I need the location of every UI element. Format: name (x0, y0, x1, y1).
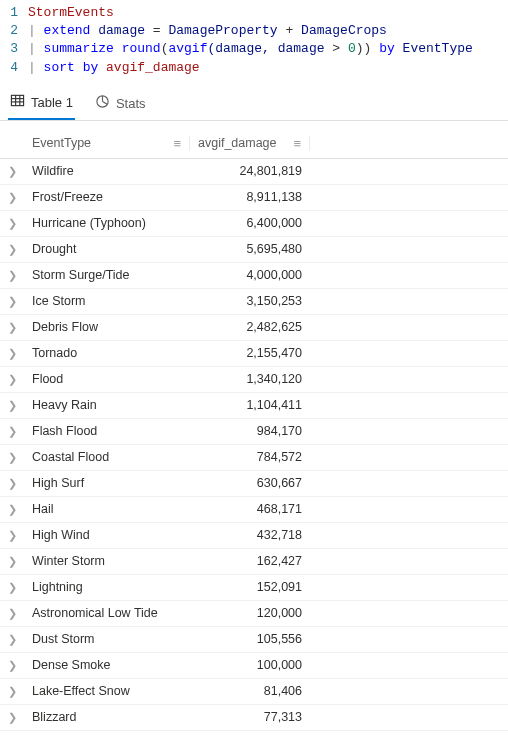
chevron-right-icon: ❯ (8, 347, 17, 360)
table-row[interactable]: ❯Frost/Freeze8,911,138 (0, 185, 508, 211)
table-icon (10, 93, 25, 111)
cell-damage: 6,400,000 (190, 216, 310, 230)
code-line[interactable]: 1StormEvents (0, 4, 508, 22)
chevron-right-icon: ❯ (8, 217, 17, 230)
expand-row-button[interactable]: ❯ (0, 295, 24, 308)
chevron-right-icon: ❯ (8, 451, 17, 464)
expand-row-button[interactable]: ❯ (0, 607, 24, 620)
table-row[interactable]: ❯Debris Flow2,482,625 (0, 315, 508, 341)
table-row[interactable]: ❯Flood1,340,120 (0, 367, 508, 393)
table-row[interactable]: ❯Hail468,171 (0, 497, 508, 523)
chevron-right-icon: ❯ (8, 633, 17, 646)
expand-row-button[interactable]: ❯ (0, 243, 24, 256)
code-line[interactable]: 2| extend damage = DamageProperty + Dama… (0, 22, 508, 40)
chevron-right-icon: ❯ (8, 425, 17, 438)
cell-damage: 3,150,253 (190, 294, 310, 308)
expand-row-button[interactable]: ❯ (0, 217, 24, 230)
cell-damage: 152,091 (190, 580, 310, 594)
expand-row-button[interactable]: ❯ (0, 165, 24, 178)
cell-damage: 1,340,120 (190, 372, 310, 386)
cell-eventtype: Drought (24, 242, 190, 256)
chevron-right-icon: ❯ (8, 503, 17, 516)
tab-stats[interactable]: Stats (93, 87, 148, 120)
cell-eventtype: Debris Flow (24, 320, 190, 334)
expand-row-button[interactable]: ❯ (0, 321, 24, 334)
line-number: 2 (0, 22, 28, 40)
chevron-right-icon: ❯ (8, 269, 17, 282)
code-editor[interactable]: 1StormEvents2| extend damage = DamagePro… (0, 0, 508, 87)
chevron-right-icon: ❯ (8, 581, 17, 594)
chevron-right-icon: ❯ (8, 165, 17, 178)
table-row[interactable]: ❯Winter Storm162,427 (0, 549, 508, 575)
cell-eventtype: Dense Smoke (24, 658, 190, 672)
expand-row-button[interactable]: ❯ (0, 373, 24, 386)
table-row[interactable]: ❯Dense Smoke100,000 (0, 653, 508, 679)
expand-row-button[interactable]: ❯ (0, 399, 24, 412)
table-row[interactable]: ❯Hurricane (Typhoon)6,400,000 (0, 211, 508, 237)
svg-rect-0 (11, 96, 23, 106)
column-menu-icon[interactable]: ≡ (285, 136, 301, 151)
table-header-row: EventType ≡ avgif_damage ≡ (0, 129, 508, 159)
table-row[interactable]: ❯High Surf630,667 (0, 471, 508, 497)
cell-damage: 1,104,411 (190, 398, 310, 412)
chevron-right-icon: ❯ (8, 685, 17, 698)
chevron-right-icon: ❯ (8, 711, 17, 724)
chevron-right-icon: ❯ (8, 399, 17, 412)
tab-table[interactable]: Table 1 (8, 87, 75, 120)
table-row[interactable]: ❯Astronomical Low Tide120,000 (0, 601, 508, 627)
cell-eventtype: Coastal Flood (24, 450, 190, 464)
expand-row-button[interactable]: ❯ (0, 451, 24, 464)
chevron-right-icon: ❯ (8, 243, 17, 256)
expand-row-button[interactable]: ❯ (0, 555, 24, 568)
table-row[interactable]: ❯Thunderstorm Wind72,938 (0, 731, 508, 738)
cell-eventtype: Tornado (24, 346, 190, 360)
expand-row-button[interactable]: ❯ (0, 477, 24, 490)
table-row[interactable]: ❯Blizzard77,313 (0, 705, 508, 731)
table-body: ❯Wildfire24,801,819❯Frost/Freeze8,911,13… (0, 159, 508, 738)
chevron-right-icon: ❯ (8, 555, 17, 568)
expand-row-button[interactable]: ❯ (0, 503, 24, 516)
column-menu-icon[interactable]: ≡ (165, 136, 181, 151)
expand-row-button[interactable]: ❯ (0, 425, 24, 438)
table-row[interactable]: ❯Lightning152,091 (0, 575, 508, 601)
table-row[interactable]: ❯Storm Surge/Tide4,000,000 (0, 263, 508, 289)
table-row[interactable]: ❯Ice Storm3,150,253 (0, 289, 508, 315)
code-content[interactable]: StormEvents (28, 4, 508, 22)
expand-row-button[interactable]: ❯ (0, 347, 24, 360)
code-content[interactable]: | summarize round(avgif(damage, damage >… (28, 40, 508, 58)
table-row[interactable]: ❯Tornado2,155,470 (0, 341, 508, 367)
cell-eventtype: Heavy Rain (24, 398, 190, 412)
code-line[interactable]: 4| sort by avgif_damage (0, 59, 508, 77)
table-row[interactable]: ❯Drought5,695,480 (0, 237, 508, 263)
expand-row-button[interactable]: ❯ (0, 581, 24, 594)
column-header-damage-label: avgif_damage (198, 136, 277, 150)
code-line[interactable]: 3| summarize round(avgif(damage, damage … (0, 40, 508, 58)
cell-eventtype: Dust Storm (24, 632, 190, 646)
table-row[interactable]: ❯Coastal Flood784,572 (0, 445, 508, 471)
table-row[interactable]: ❯Wildfire24,801,819 (0, 159, 508, 185)
expand-row-button[interactable]: ❯ (0, 685, 24, 698)
expand-row-button[interactable]: ❯ (0, 711, 24, 724)
expand-row-button[interactable]: ❯ (0, 269, 24, 282)
code-content[interactable]: | extend damage = DamageProperty + Damag… (28, 22, 508, 40)
table-row[interactable]: ❯Flash Flood984,170 (0, 419, 508, 445)
cell-damage: 432,718 (190, 528, 310, 542)
expand-row-button[interactable]: ❯ (0, 633, 24, 646)
cell-damage: 77,313 (190, 710, 310, 724)
expand-row-button[interactable]: ❯ (0, 191, 24, 204)
cell-eventtype: Flash Flood (24, 424, 190, 438)
code-content[interactable]: | sort by avgif_damage (28, 59, 508, 77)
expand-row-button[interactable]: ❯ (0, 529, 24, 542)
cell-damage: 2,155,470 (190, 346, 310, 360)
table-row[interactable]: ❯Dust Storm105,556 (0, 627, 508, 653)
table-row[interactable]: ❯Heavy Rain1,104,411 (0, 393, 508, 419)
column-header-damage[interactable]: avgif_damage ≡ (190, 136, 310, 151)
table-row[interactable]: ❯High Wind432,718 (0, 523, 508, 549)
line-number: 4 (0, 59, 28, 77)
chevron-right-icon: ❯ (8, 607, 17, 620)
expand-row-button[interactable]: ❯ (0, 659, 24, 672)
cell-eventtype: Lake-Effect Snow (24, 684, 190, 698)
column-header-eventtype[interactable]: EventType ≡ (24, 136, 190, 151)
table-row[interactable]: ❯Lake-Effect Snow81,406 (0, 679, 508, 705)
results-table: EventType ≡ avgif_damage ≡ ❯Wildfire24,8… (0, 121, 508, 738)
